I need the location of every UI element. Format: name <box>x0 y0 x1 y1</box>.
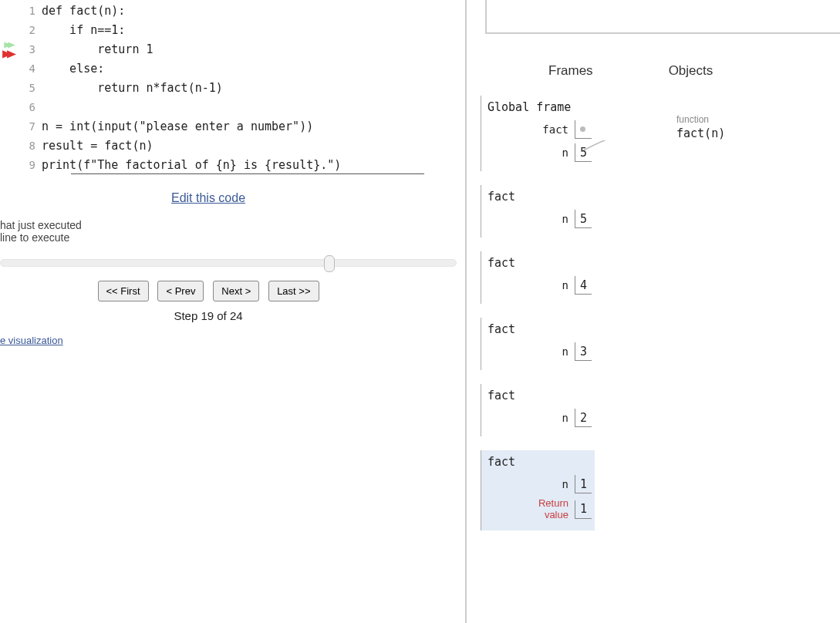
code-text: if n==1: <box>42 21 125 40</box>
variable-value: 5 <box>575 143 592 162</box>
variable-value: 3 <box>575 342 592 361</box>
return-label: Returnvalue <box>538 498 568 521</box>
prev-button[interactable]: < Prev <box>157 281 204 301</box>
frames-pane: Frames Objects function fact(n) Global f… <box>467 0 840 623</box>
step-controls: << First < Prev Next > Last >> <box>0 281 417 301</box>
slider-thumb[interactable] <box>324 255 335 272</box>
line-number: 3 <box>23 40 42 59</box>
variable-value <box>575 120 592 139</box>
frame-title: fact <box>487 322 595 336</box>
variable-row: n1 <box>486 475 595 493</box>
code-line: 5 return n*fact(n-1) <box>23 79 465 98</box>
frame-title: fact <box>487 256 595 270</box>
variable-value: 5 <box>575 210 592 228</box>
stack-frame: factn2 <box>481 384 595 436</box>
output-box <box>485 0 840 34</box>
stack-frame: Global framefactn5 <box>481 96 595 171</box>
code-line: 1def fact(n): <box>23 2 465 21</box>
variable-name: n <box>562 412 568 424</box>
code-line: 2 if n==1: <box>23 21 465 40</box>
variable-name: n <box>562 213 568 225</box>
next-line-arrow-icon <box>7 49 16 60</box>
variable-row: n4 <box>486 276 595 295</box>
variable-name: n <box>562 279 568 291</box>
stack-frame: factn4 <box>481 251 595 304</box>
pointer-dot-icon <box>580 126 585 132</box>
variable-row: n5 <box>486 210 595 228</box>
variable-value: 1 <box>575 475 592 493</box>
line-number: 5 <box>23 79 42 98</box>
variable-value: 2 <box>575 409 592 427</box>
objects-header: Objects <box>669 63 713 79</box>
variable-row: fact <box>486 120 595 139</box>
code-line: 8result = fact(n) <box>23 136 465 156</box>
frame-title: fact <box>487 389 595 402</box>
stack-frame: factn3 <box>481 318 595 370</box>
prev-line-arrow-icon <box>8 40 15 50</box>
variable-name: n <box>562 345 568 358</box>
line-number: 2 <box>23 21 42 40</box>
code-text: return 1 <box>42 40 153 59</box>
line-number: 7 <box>23 117 42 136</box>
legend-prev: hat just executed <box>0 219 465 231</box>
code-text: return n*fact(n-1) <box>42 79 223 98</box>
code-text: print(f"The factorial of {n} is {result}… <box>42 156 341 175</box>
first-button[interactable]: << First <box>98 281 149 301</box>
next-button[interactable]: Next > <box>213 281 259 301</box>
variable-name: n <box>562 146 568 159</box>
code-text: def fact(n): <box>42 2 125 21</box>
variable-row: n2 <box>486 409 595 427</box>
line-number: 6 <box>23 98 42 117</box>
code-line: 7n = int(input("please enter a number")) <box>23 117 465 136</box>
step-label: Step 19 of 24 <box>0 309 417 322</box>
step-slider[interactable] <box>0 254 457 271</box>
frame-title: fact <box>487 455 595 469</box>
line-number: 8 <box>23 136 42 156</box>
variable-row: Returnvalue1 <box>486 498 595 521</box>
frames-header: Frames <box>548 63 593 79</box>
code-line: 3 return 1 <box>23 40 465 59</box>
line-number: 9 <box>23 156 42 175</box>
code-pane: 1def fact(n):2 if n==1:3 return 14 else:… <box>0 0 465 623</box>
last-button[interactable]: Last >> <box>268 281 319 301</box>
code-text: n = int(input("please enter a number")) <box>42 117 313 136</box>
stack-frame: factn1Returnvalue1 <box>481 450 595 530</box>
code-line: 4 else: <box>23 59 465 79</box>
legend-next: line to execute <box>0 231 465 244</box>
frame-title: fact <box>487 190 595 204</box>
line-number: 4 <box>23 59 42 79</box>
code-text: result = fact(n) <box>42 136 153 156</box>
edit-code-link[interactable]: Edit this code <box>0 191 417 205</box>
code-text: else: <box>42 59 104 79</box>
visualization-link[interactable]: e visualization <box>0 335 465 346</box>
stack-frame: factn5 <box>481 185 595 237</box>
code-area: 1def fact(n):2 if n==1:3 return 14 else:… <box>0 0 465 174</box>
variable-row: n5 <box>486 143 595 162</box>
variable-value: 1 <box>575 500 592 519</box>
variable-name: fact <box>542 123 568 136</box>
frame-title: Global frame <box>487 100 595 114</box>
line-number: 1 <box>23 2 42 21</box>
code-line: 9print(f"The factorial of {n} is {result… <box>23 156 465 175</box>
variable-row: n3 <box>486 342 595 361</box>
frames-column: Global framefactn5factn5factn4factn3fact… <box>481 96 840 530</box>
variable-name: n <box>562 478 568 490</box>
code-line: 6 <box>23 98 465 117</box>
arrow-legend: hat just executed line to execute <box>0 219 465 244</box>
variable-value: 4 <box>575 276 592 295</box>
